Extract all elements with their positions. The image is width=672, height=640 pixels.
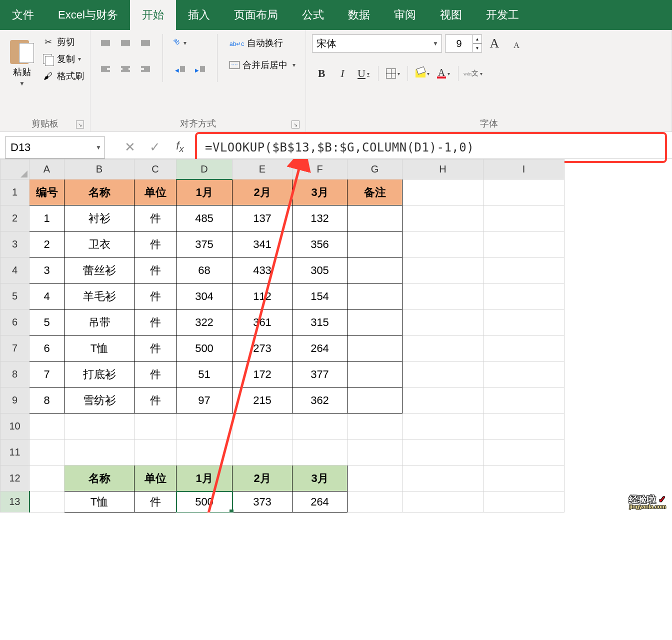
cell[interactable]: 羊毛衫 (64, 284, 134, 310)
align-bottom-button[interactable] (136, 34, 154, 52)
row-header-1[interactable]: 1 (0, 180, 30, 206)
align-middle-button[interactable] (116, 34, 134, 52)
cell[interactable] (484, 466, 564, 492)
cell[interactable] (64, 414, 134, 440)
italic-button[interactable]: I (333, 64, 352, 83)
row-header-5[interactable]: 5 (0, 284, 30, 310)
cell[interactable]: 衬衫 (64, 206, 134, 232)
cell[interactable] (484, 388, 564, 414)
col-header-d[interactable]: D (176, 160, 232, 180)
cell[interactable] (402, 466, 484, 492)
row-header-7[interactable]: 7 (0, 336, 30, 362)
cell[interactable] (484, 180, 564, 206)
dialog-launcher-icon[interactable]: ↘ (292, 120, 300, 128)
cell[interactable]: 485 (176, 206, 232, 232)
cell[interactable]: 编号 (30, 180, 64, 206)
cell[interactable] (484, 310, 564, 336)
row-header-3[interactable]: 3 (0, 232, 30, 258)
col-header-g[interactable]: G (348, 160, 402, 180)
cell[interactable] (348, 440, 402, 466)
cell[interactable]: 322 (176, 310, 232, 336)
cell[interactable] (348, 258, 402, 284)
cell[interactable]: 件 (134, 388, 176, 414)
insert-function-button[interactable]: fx (170, 138, 190, 158)
cell[interactable]: 341 (232, 232, 292, 258)
cell[interactable] (292, 440, 348, 466)
col-header-e[interactable]: E (232, 160, 292, 180)
cell[interactable]: 名称 (64, 466, 134, 492)
cell[interactable] (176, 440, 232, 466)
tab-view[interactable]: 视图 (428, 0, 474, 30)
cell[interactable]: 备注 (348, 180, 402, 206)
cell[interactable] (402, 414, 484, 440)
col-header-b[interactable]: B (64, 160, 134, 180)
cell[interactable] (402, 258, 484, 284)
name-box[interactable]: D13 ▼ (5, 136, 105, 158)
select-all-corner[interactable] (0, 160, 30, 180)
tab-file[interactable]: 文件 (0, 0, 46, 30)
tab-data[interactable]: 数据 (336, 0, 382, 30)
cell[interactable] (176, 414, 232, 440)
cell[interactable] (232, 414, 292, 440)
col-header-a[interactable]: A (30, 160, 64, 180)
cell[interactable]: 3月 (292, 466, 348, 492)
col-header-f[interactable]: F (292, 160, 348, 180)
cell[interactable] (292, 414, 348, 440)
cell[interactable]: 单位 (134, 466, 176, 492)
cell[interactable]: 吊带 (64, 310, 134, 336)
cell[interactable]: 蕾丝衫 (64, 258, 134, 284)
cell[interactable] (348, 414, 402, 440)
cell[interactable] (484, 362, 564, 388)
cell[interactable] (484, 284, 564, 310)
tab-developer[interactable]: 开发工 (474, 0, 531, 30)
font-size-down[interactable]: ▼ (473, 44, 482, 52)
cell[interactable]: 6 (30, 336, 64, 362)
cell[interactable] (30, 466, 64, 492)
cell[interactable] (30, 440, 64, 466)
cell[interactable]: 154 (292, 284, 348, 310)
cell[interactable]: 112 (232, 284, 292, 310)
cell[interactable]: 单位 (134, 180, 176, 206)
cell[interactable]: 3 (30, 258, 64, 284)
cell[interactable]: 件 (134, 336, 176, 362)
cell[interactable] (402, 362, 484, 388)
cell[interactable] (484, 258, 564, 284)
cell[interactable] (348, 284, 402, 310)
align-left-button[interactable] (96, 60, 114, 78)
row-header-6[interactable]: 6 (0, 310, 30, 336)
cut-button[interactable]: 剪切 (42, 36, 84, 48)
font-size-up[interactable]: ▲ (473, 34, 482, 44)
cell[interactable] (402, 284, 484, 310)
cell[interactable] (402, 180, 484, 206)
cell[interactable]: 433 (232, 258, 292, 284)
cell[interactable]: 1 (30, 206, 64, 232)
cell[interactable]: 7 (30, 362, 64, 388)
row-header-8[interactable]: 8 (0, 362, 30, 388)
cell[interactable]: 3月 (292, 180, 348, 206)
cell[interactable] (134, 414, 176, 440)
cell-selected[interactable]: 500 (176, 492, 232, 512)
cell[interactable]: 377 (292, 362, 348, 388)
col-header-c[interactable]: C (134, 160, 176, 180)
row-header-9[interactable]: 9 (0, 388, 30, 414)
cell[interactable]: T恤 (64, 336, 134, 362)
cell[interactable]: 5 (30, 310, 64, 336)
increase-font-button[interactable]: A (485, 34, 504, 53)
underline-button[interactable]: U (354, 64, 373, 83)
copy-button[interactable]: 复制 ▾ (42, 53, 84, 65)
align-center-button[interactable] (116, 60, 134, 78)
dialog-launcher-icon[interactable]: ↘ (76, 120, 84, 128)
cell[interactable] (348, 388, 402, 414)
cell[interactable] (30, 492, 64, 512)
cell[interactable]: 1月 (176, 180, 232, 206)
tab-review[interactable]: 审阅 (382, 0, 428, 30)
cell[interactable] (232, 440, 292, 466)
cell[interactable]: 172 (232, 362, 292, 388)
cell[interactable] (402, 336, 484, 362)
cell[interactable]: 305 (292, 258, 348, 284)
col-header-h[interactable]: H (402, 160, 484, 180)
cell[interactable] (348, 232, 402, 258)
cell[interactable]: 362 (292, 388, 348, 414)
cell[interactable]: 件 (134, 206, 176, 232)
cell[interactable] (402, 206, 484, 232)
